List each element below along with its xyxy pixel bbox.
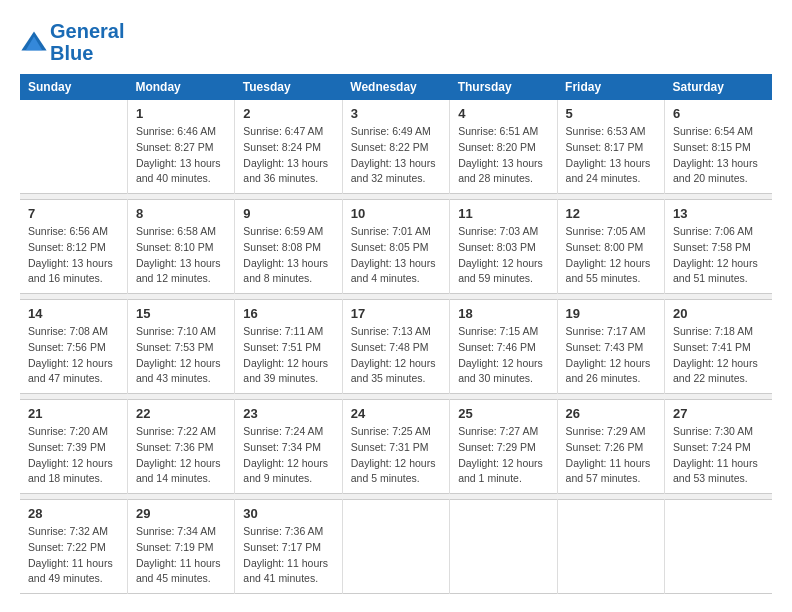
day-number: 25 xyxy=(458,406,548,421)
weekday-header-thursday: Thursday xyxy=(450,74,557,100)
day-number: 11 xyxy=(458,206,548,221)
day-number: 8 xyxy=(136,206,226,221)
day-number: 24 xyxy=(351,406,441,421)
cell-content: Sunrise: 7:01 AMSunset: 8:05 PMDaylight:… xyxy=(351,224,441,287)
cell-content: Sunrise: 6:51 AMSunset: 8:20 PMDaylight:… xyxy=(458,124,548,187)
week-row-4: 21Sunrise: 7:20 AMSunset: 7:39 PMDayligh… xyxy=(20,400,772,494)
calendar-cell-w1-d7: 6Sunrise: 6:54 AMSunset: 8:15 PMDaylight… xyxy=(665,100,772,194)
day-number: 28 xyxy=(28,506,119,521)
cell-content: Sunrise: 7:32 AMSunset: 7:22 PMDaylight:… xyxy=(28,524,119,587)
day-number: 2 xyxy=(243,106,333,121)
calendar-header: SundayMondayTuesdayWednesdayThursdayFrid… xyxy=(20,74,772,100)
calendar-cell-w5-d3: 30Sunrise: 7:36 AMSunset: 7:17 PMDayligh… xyxy=(235,500,342,594)
cell-content: Sunrise: 7:08 AMSunset: 7:56 PMDaylight:… xyxy=(28,324,119,387)
calendar-cell-w5-d1: 28Sunrise: 7:32 AMSunset: 7:22 PMDayligh… xyxy=(20,500,127,594)
cell-content: Sunrise: 7:11 AMSunset: 7:51 PMDaylight:… xyxy=(243,324,333,387)
calendar-cell-w4-d6: 26Sunrise: 7:29 AMSunset: 7:26 PMDayligh… xyxy=(557,400,664,494)
day-number: 30 xyxy=(243,506,333,521)
weekday-header-sunday: Sunday xyxy=(20,74,127,100)
day-number: 14 xyxy=(28,306,119,321)
day-number: 16 xyxy=(243,306,333,321)
cell-content: Sunrise: 7:05 AMSunset: 8:00 PMDaylight:… xyxy=(566,224,656,287)
calendar-cell-w1-d1 xyxy=(20,100,127,194)
cell-content: Sunrise: 7:13 AMSunset: 7:48 PMDaylight:… xyxy=(351,324,441,387)
week-row-3: 14Sunrise: 7:08 AMSunset: 7:56 PMDayligh… xyxy=(20,300,772,394)
day-number: 27 xyxy=(673,406,764,421)
cell-content: Sunrise: 7:10 AMSunset: 7:53 PMDaylight:… xyxy=(136,324,226,387)
calendar-cell-w3-d1: 14Sunrise: 7:08 AMSunset: 7:56 PMDayligh… xyxy=(20,300,127,394)
calendar-cell-w2-d2: 8Sunrise: 6:58 AMSunset: 8:10 PMDaylight… xyxy=(127,200,234,294)
day-number: 9 xyxy=(243,206,333,221)
calendar-cell-w4-d7: 27Sunrise: 7:30 AMSunset: 7:24 PMDayligh… xyxy=(665,400,772,494)
calendar-cell-w3-d6: 19Sunrise: 7:17 AMSunset: 7:43 PMDayligh… xyxy=(557,300,664,394)
day-number: 18 xyxy=(458,306,548,321)
cell-content: Sunrise: 7:34 AMSunset: 7:19 PMDaylight:… xyxy=(136,524,226,587)
calendar-cell-w2-d7: 13Sunrise: 7:06 AMSunset: 7:58 PMDayligh… xyxy=(665,200,772,294)
calendar-cell-w4-d4: 24Sunrise: 7:25 AMSunset: 7:31 PMDayligh… xyxy=(342,400,449,494)
cell-content: Sunrise: 7:20 AMSunset: 7:39 PMDaylight:… xyxy=(28,424,119,487)
calendar-cell-w3-d5: 18Sunrise: 7:15 AMSunset: 7:46 PMDayligh… xyxy=(450,300,557,394)
day-number: 6 xyxy=(673,106,764,121)
cell-content: Sunrise: 7:25 AMSunset: 7:31 PMDaylight:… xyxy=(351,424,441,487)
day-number: 21 xyxy=(28,406,119,421)
calendar-cell-w5-d2: 29Sunrise: 7:34 AMSunset: 7:19 PMDayligh… xyxy=(127,500,234,594)
cell-content: Sunrise: 6:46 AMSunset: 8:27 PMDaylight:… xyxy=(136,124,226,187)
day-number: 26 xyxy=(566,406,656,421)
cell-content: Sunrise: 6:56 AMSunset: 8:12 PMDaylight:… xyxy=(28,224,119,287)
calendar-cell-w5-d7 xyxy=(665,500,772,594)
logo-text: GeneralBlue xyxy=(50,20,124,64)
page-header: GeneralBlue xyxy=(20,20,772,64)
calendar-cell-w3-d7: 20Sunrise: 7:18 AMSunset: 7:41 PMDayligh… xyxy=(665,300,772,394)
day-number: 29 xyxy=(136,506,226,521)
weekday-header-monday: Monday xyxy=(127,74,234,100)
cell-content: Sunrise: 7:22 AMSunset: 7:36 PMDaylight:… xyxy=(136,424,226,487)
day-number: 23 xyxy=(243,406,333,421)
weekday-header-saturday: Saturday xyxy=(665,74,772,100)
cell-content: Sunrise: 7:15 AMSunset: 7:46 PMDaylight:… xyxy=(458,324,548,387)
day-number: 22 xyxy=(136,406,226,421)
logo-icon xyxy=(20,28,48,56)
day-number: 3 xyxy=(351,106,441,121)
calendar-table: SundayMondayTuesdayWednesdayThursdayFrid… xyxy=(20,74,772,594)
calendar-cell-w2-d1: 7Sunrise: 6:56 AMSunset: 8:12 PMDaylight… xyxy=(20,200,127,294)
weekday-header-row: SundayMondayTuesdayWednesdayThursdayFrid… xyxy=(20,74,772,100)
cell-content: Sunrise: 6:59 AMSunset: 8:08 PMDaylight:… xyxy=(243,224,333,287)
calendar-cell-w2-d6: 12Sunrise: 7:05 AMSunset: 8:00 PMDayligh… xyxy=(557,200,664,294)
cell-content: Sunrise: 7:06 AMSunset: 7:58 PMDaylight:… xyxy=(673,224,764,287)
cell-content: Sunrise: 7:36 AMSunset: 7:17 PMDaylight:… xyxy=(243,524,333,587)
calendar-cell-w5-d4 xyxy=(342,500,449,594)
calendar-cell-w5-d6 xyxy=(557,500,664,594)
cell-content: Sunrise: 6:49 AMSunset: 8:22 PMDaylight:… xyxy=(351,124,441,187)
cell-content: Sunrise: 7:17 AMSunset: 7:43 PMDaylight:… xyxy=(566,324,656,387)
day-number: 10 xyxy=(351,206,441,221)
day-number: 15 xyxy=(136,306,226,321)
calendar-cell-w4-d2: 22Sunrise: 7:22 AMSunset: 7:36 PMDayligh… xyxy=(127,400,234,494)
calendar-cell-w2-d5: 11Sunrise: 7:03 AMSunset: 8:03 PMDayligh… xyxy=(450,200,557,294)
calendar-body: 1Sunrise: 6:46 AMSunset: 8:27 PMDaylight… xyxy=(20,100,772,594)
calendar-cell-w1-d5: 4Sunrise: 6:51 AMSunset: 8:20 PMDaylight… xyxy=(450,100,557,194)
calendar-cell-w4-d3: 23Sunrise: 7:24 AMSunset: 7:34 PMDayligh… xyxy=(235,400,342,494)
weekday-header-wednesday: Wednesday xyxy=(342,74,449,100)
calendar-cell-w3-d2: 15Sunrise: 7:10 AMSunset: 7:53 PMDayligh… xyxy=(127,300,234,394)
week-row-1: 1Sunrise: 6:46 AMSunset: 8:27 PMDaylight… xyxy=(20,100,772,194)
cell-content: Sunrise: 7:29 AMSunset: 7:26 PMDaylight:… xyxy=(566,424,656,487)
weekday-header-tuesday: Tuesday xyxy=(235,74,342,100)
day-number: 4 xyxy=(458,106,548,121)
day-number: 5 xyxy=(566,106,656,121)
cell-content: Sunrise: 7:24 AMSunset: 7:34 PMDaylight:… xyxy=(243,424,333,487)
calendar-cell-w1-d3: 2Sunrise: 6:47 AMSunset: 8:24 PMDaylight… xyxy=(235,100,342,194)
calendar-cell-w4-d5: 25Sunrise: 7:27 AMSunset: 7:29 PMDayligh… xyxy=(450,400,557,494)
cell-content: Sunrise: 7:27 AMSunset: 7:29 PMDaylight:… xyxy=(458,424,548,487)
cell-content: Sunrise: 6:54 AMSunset: 8:15 PMDaylight:… xyxy=(673,124,764,187)
cell-content: Sunrise: 7:30 AMSunset: 7:24 PMDaylight:… xyxy=(673,424,764,487)
day-number: 1 xyxy=(136,106,226,121)
logo: GeneralBlue xyxy=(20,20,124,64)
calendar-cell-w4-d1: 21Sunrise: 7:20 AMSunset: 7:39 PMDayligh… xyxy=(20,400,127,494)
calendar-cell-w1-d4: 3Sunrise: 6:49 AMSunset: 8:22 PMDaylight… xyxy=(342,100,449,194)
calendar-cell-w3-d3: 16Sunrise: 7:11 AMSunset: 7:51 PMDayligh… xyxy=(235,300,342,394)
calendar-cell-w1-d6: 5Sunrise: 6:53 AMSunset: 8:17 PMDaylight… xyxy=(557,100,664,194)
week-row-5: 28Sunrise: 7:32 AMSunset: 7:22 PMDayligh… xyxy=(20,500,772,594)
day-number: 17 xyxy=(351,306,441,321)
calendar-cell-w5-d5 xyxy=(450,500,557,594)
day-number: 12 xyxy=(566,206,656,221)
